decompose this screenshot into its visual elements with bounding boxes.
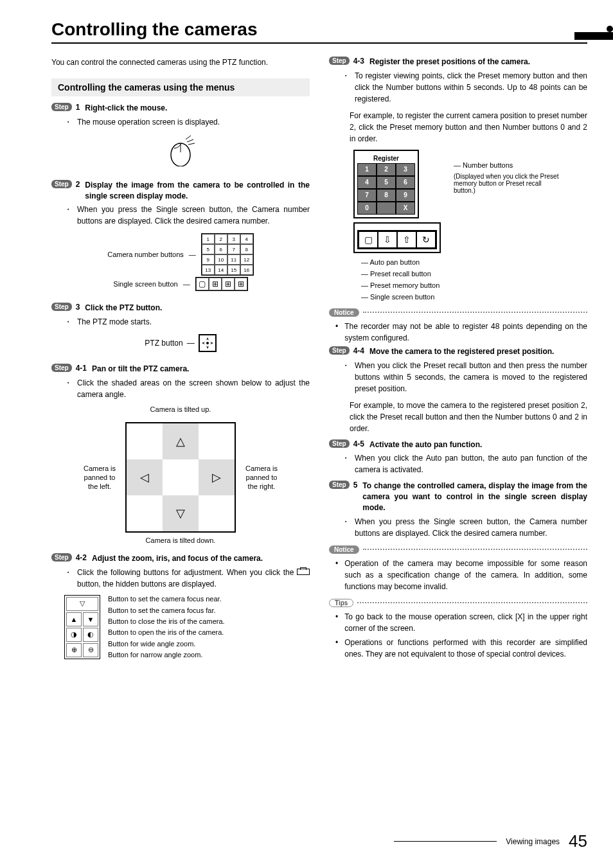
tilt-up-area: △ [163,423,199,459]
step-number: 3 [76,303,80,312]
bullet-text: When you press the Single screen button,… [355,516,587,539]
bullet-text: Click the following buttons for adjustme… [77,567,310,590]
step-number: 5 [353,481,358,490]
step-number: 2 [76,180,80,189]
step-4-5-header: Step 4-5 Activate the auto pan function. [329,439,587,450]
mouse-icon [161,134,200,166]
svg-marker-2 [206,337,209,341]
ptz-button-icon [199,334,217,352]
dotted-rule [363,312,587,313]
step-title: Activate the auto pan function. [369,439,482,450]
notice-1-header: Notice [329,308,587,317]
tilt-down-area: ▽ [163,495,199,531]
notice-badge: Notice [329,308,359,317]
step-4-2-bullet: Click the following buttons for adjustme… [64,567,310,590]
bullet-text: The mouse operation screen is displayed. [77,116,220,128]
page: Controlling the cameras You can control … [0,0,613,868]
iris-close-label: Button to close the iris of the camera. [108,617,225,625]
step-badge: Step [51,180,72,188]
step-2-bullet: When you press the Single screen button,… [64,204,310,227]
zoom-wide-icon: ⊕ [66,643,82,657]
nine-screen-icon: ⊞ [222,278,235,290]
step-title: Right-click the mouse. [85,103,167,114]
tilt-down-caption: Camera is tilted down. [51,536,310,544]
pan-tilt-figure: Camera is panned to the left. △ ◁▷ ▽ Cam… [51,422,310,533]
preset-recall-label: Preset recall button [370,270,431,278]
bullet-text: When you press the Single screen button,… [77,204,310,227]
pan-left-area: ◁ [127,459,163,495]
number-buttons-note: (Displayed when you click the Preset mem… [454,173,563,194]
pan-tilt-grid: △ ◁▷ ▽ [125,422,236,533]
page-title: Controlling the cameras [51,19,587,40]
step-title: Register the preset positions of the cam… [369,57,530,67]
svg-point-6 [206,342,209,344]
single-screen-icon: ▢ [359,231,378,248]
register-figure: Register 123 456 789 0X ▢ ⇩ ⇧ [329,150,587,253]
step-number: 4-1 [76,364,87,373]
svg-marker-3 [206,346,209,349]
bullet-icon [64,567,72,590]
bullet-icon [342,360,350,394]
step-badge: Step [51,303,72,311]
bullet-icon [64,116,72,128]
page-footer: Viewing images 45 [394,831,587,851]
register-bottom-labels: — Auto pan button — Preset recall button… [361,258,587,301]
zoom-narrow-label: Button for narrow angle zoom. [108,651,225,659]
step-4-4-example: For example, to move the camera to the r… [350,400,587,434]
step-title: Adjust the zoom, iris, and focus of the … [92,553,263,564]
step-4-2-header: Step 4-2 Adjust the zoom, iris, and focu… [51,553,310,564]
footer-rule [394,841,497,842]
pan-right-caption: Camera is panned to the right. [242,464,281,492]
bullet-icon [64,316,72,328]
dotted-rule [363,549,587,550]
step-4-1-bullet: Click the shaded areas on the screen sho… [64,377,310,400]
focus-far-label: Button to set the camera focus far. [108,607,225,614]
section-subhead: Controlling the cameras using the menus [51,78,310,96]
step-4-5-bullet: When you click the Auto pan button, the … [342,452,587,475]
zoom-wide-label: Button for wide angle zoom. [108,640,225,648]
step-5-bullet: When you press the Single screen button,… [342,516,587,539]
step-2-header: Step 2 Display the image from the camera… [51,180,310,202]
pan-left-caption: Camera is panned to the left. [80,464,119,492]
register-title: Register [357,154,415,163]
camera-number-figure: Camera number buttons — 1234 5678 910111… [51,233,310,291]
step-title: Display the image from the camera to be … [85,180,310,202]
svg-marker-4 [202,342,205,344]
title-rule [51,42,587,44]
tips-badge: Tips [329,599,353,607]
zoom-labels: Button to set the camera focus near. But… [108,595,225,659]
step-title: Pan or tilt the PTZ camera. [92,364,189,375]
iris-close-icon: ◑ [66,628,82,642]
dotted-rule [357,602,587,603]
step-3-header: Step 3 Click the PTZ button. [51,303,310,314]
intro-text: You can control the connected cameras us… [51,57,310,68]
two-column-layout: You can control the connected cameras us… [51,57,587,671]
preset-recall-icon: ⇧ [397,231,416,248]
number-buttons-label: Number buttons [463,161,513,169]
iris-open-icon: ◐ [83,628,98,642]
zoom-iris-focus-figure: ▽ ▲▼ ◑◐ ⊕⊖ Button to set the camera focu… [64,595,310,659]
screen-layout-icons: ▢ ⊞ ⊞ ⊞ [195,277,248,291]
step-title: Move the camera to the registered preset… [369,346,554,357]
tips-1-text: To go back to the mouse operation screen… [335,611,587,634]
bullet-icon [342,516,350,539]
pan-right-area: ▷ [199,459,235,495]
preset-memory-label: Preset memory button [370,281,440,289]
step-number: 4-5 [353,439,364,448]
notice-2-text: Operation of the camera may become impos… [335,558,587,592]
quad-screen-icon: ⊞ [209,278,222,290]
step-number: 4-4 [353,346,364,355]
drawer-icon [297,569,310,575]
focus-near-label: Button to set the camera focus near. [108,595,225,603]
step-badge: Step [329,57,350,65]
single-screen-label: Single screen button [113,280,177,288]
focus-near-icon: ▲ [66,612,82,626]
notice-badge: Notice [329,545,359,554]
right-column: Step 4-3 Register the preset positions o… [329,57,587,671]
step-badge: Step [329,439,350,448]
step-4-3-example: For example, to register the current cam… [350,110,587,145]
single-screen-label: Single screen button [370,293,434,301]
preset-memory-icon: ⇩ [378,231,397,248]
focus-far-icon: ▼ [83,612,98,626]
step-badge: Step [329,481,350,489]
